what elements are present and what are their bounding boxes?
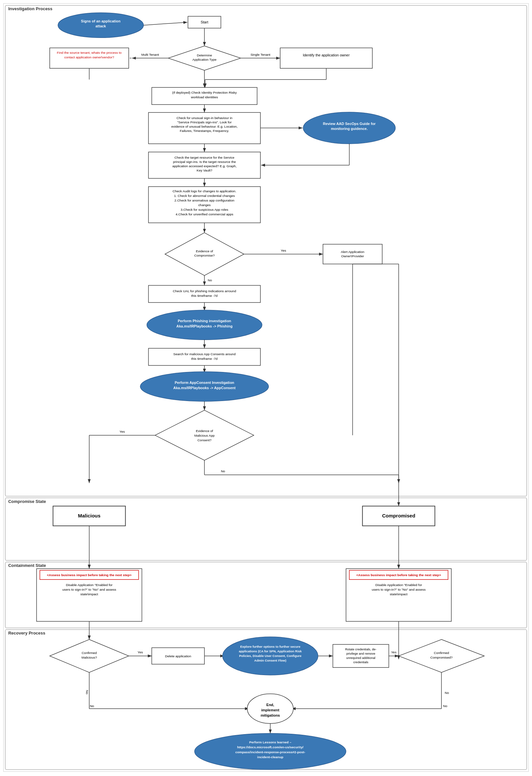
find-source-text1: Find the source tenant, whats the proces… [57,51,122,54]
confirmed-malicious-text2: Malicious? [81,655,97,659]
evidence-malicious-text2: Malicious App [194,434,215,437]
identify-owner-text1: Identify the application owner [303,53,350,57]
assess-malicious-text: <Assess business impact before taking th… [47,573,131,577]
compromised-text: Compromised [382,513,415,519]
det-app-text2: Application Type [193,58,217,61]
review-aad-text1: Review AAD SecOps Guide for [323,122,376,126]
evidence-comp-text2: Compromise? [194,254,215,257]
lessons-text2: https://docs.microsoft.com/en-us/securit… [237,745,303,749]
check-identity-text1: (If deployed) Check Identity Protection … [172,91,237,94]
check-signin-text3: evidence of unusual behaviour. E.g. Loca… [172,125,238,128]
audit-text2: 1. Check for abnormal credential changes [174,194,235,198]
check-ual-text1: Check UAL for phishing Indications arrou… [173,289,236,293]
explore-text4: Admin Consent Flow) [254,658,286,662]
lessons-text1: Perform Lessons learned – [249,740,291,744]
audit-text3: 2.Check for anomalous app configuration [174,199,234,202]
check-identity-text2: workload identities [191,95,218,99]
lessons-text3: compass/incident-response-process#2-post… [235,750,305,754]
disable-compromised-text1: Disable Application "Enabled for [375,583,422,587]
phishing-text1: Perform Phishing investigation [178,319,231,323]
single-tenant-label: Single Tenant [251,53,270,56]
explore-text3: Policies, Disable User Consent, Configur… [239,654,302,657]
explore-text1: Explore further options to further secur… [240,645,301,648]
no3-label: No [85,690,89,694]
audit-text6: 4.Check for unverified commercial apps [176,212,233,216]
start-text: Start [201,20,208,24]
rotate-text4: credentials [353,660,368,664]
evidence-malicious-text3: Consent? [198,438,212,442]
no4-label: No [445,691,449,695]
confirmed-compromised-text2: Compromised? [431,655,453,659]
multi-tenant-label: Multi Tenant [142,53,159,56]
rotate-text1: Rotate credentials, de- [345,647,376,651]
containment-label: Containment State [8,563,46,568]
svg-rect-15 [280,48,372,68]
disable-malicious-text1: Disable Application "Enabled for [66,583,113,587]
disable-malicious-text2: users to sign-in?" to "No" and assess [62,588,116,591]
delete-app-text: Delete application [165,654,191,658]
confirmed-compromised-text1: Confirmed [434,651,449,655]
confirmed-malicious-text1: Confirmed [82,651,97,655]
explore-text2: applications (CA for SPN, Application Ri… [239,649,302,653]
review-aad-text2: monitoring guidence. [331,127,368,131]
no1-label: No [208,278,212,282]
audit-text5: 3.Check for suspicious App roles [181,208,228,211]
alert-owner-text1: Alert Application [341,250,364,254]
yes4-label: Yes [391,650,396,654]
search-consent-text1: Search for malicious App Consents around [173,352,236,356]
appconsent-text1: Perform AppConsent Investigation [175,381,234,385]
end-text2: implement [261,708,279,712]
no2-label: No [221,469,225,473]
end-text1: End, [266,703,274,707]
no-left-label: No [90,704,94,708]
check-signin-text4: Failures, Timestamps, Frequency. [180,129,229,133]
disable-compromised-text2: users to sign-in?" to "No" and assess [372,588,426,591]
check-target-text1: Check the target resource for the Servic… [174,156,234,159]
flowchart-svg: Investigation Process Compromise State C… [3,3,529,772]
assess-compromised-text: <Assess business impact before taking th… [356,573,441,577]
rotate-text2: privilege and remove [346,652,375,655]
end-text3: mitigations [261,713,280,717]
svg-rect-2 [5,5,527,496]
yes3-label: Yes [138,650,143,654]
signs-attack-text1: Signs of an application [81,19,120,23]
check-target-text4: Key Vault? [197,169,212,172]
lessons-text4: incident-cleanup [257,755,283,759]
yes2-label: Yes [119,430,124,433]
signs-attack-text2: attack [95,24,106,28]
check-target-text2: principal sign-ins. Is the target resour… [173,160,236,164]
check-ual-text2: this timeframe -7d [191,294,218,298]
rotate-text3: unrequired additional [346,656,375,659]
evidence-malicious-text1: Evidence of [196,429,213,433]
evidence-comp-text1: Evidence of [196,249,213,253]
audit-text4: changes [198,203,211,207]
no-right-label: No [443,704,447,708]
compromise-label: Compromise State [8,499,46,504]
alert-owner-text2: Owner\Provider [341,254,364,258]
disable-compromised-text3: state\impact [390,592,408,596]
recovery-label: Recovery Process [8,630,45,635]
appconsent-text2: Aka.ms/IRPlaybooks -> AppConsent [173,386,236,390]
check-signin-text1: Check for unusual sign-in behaviour in [176,116,232,120]
disable-malicious-text3: state\impact [80,592,98,596]
check-target-text3: application accessed expected? E.g. Grap… [173,164,237,168]
investigation-label: Investigation Process [8,6,52,11]
phishing-text2: Aka.ms/IRPlaybooks -> Phishing [176,324,232,328]
audit-text1: Check Audit logs for changes to applicat… [173,189,236,193]
svg-line-8 [144,22,187,25]
malicious-text: Malicious [78,513,100,519]
find-source-text2: contact application owner\vendor? [64,55,114,59]
yes1-label: Yes [281,249,286,252]
main-wrapper: Investigation Process Compromise State C… [0,0,532,775]
check-signin-text2: "Service Principals sign-ins". Look for [177,121,232,124]
search-consent-text2: this timeframe -7d [191,357,218,361]
det-app-text1: Determine [197,53,212,57]
